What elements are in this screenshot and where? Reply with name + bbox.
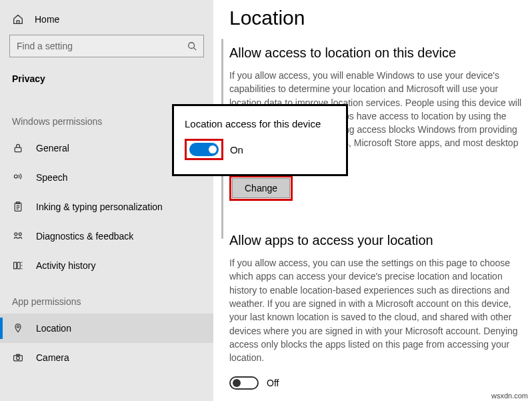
svg-point-3 (14, 175, 17, 178)
activity-icon (12, 260, 24, 272)
nav-label: General (36, 143, 69, 153)
search-box[interactable] (9, 35, 204, 57)
sidebar: Home Privacy Windows permissions General… (0, 0, 213, 401)
apps-location-toggle[interactable] (229, 376, 259, 390)
home-label: Home (35, 14, 59, 25)
svg-point-0 (189, 43, 195, 49)
sidebar-item-inking[interactable]: Inking & typing personalization (0, 192, 213, 222)
section2-body: If you allow access, you can use the set… (229, 256, 523, 364)
change-button[interactable]: Change (232, 178, 290, 198)
speech-icon (12, 171, 24, 183)
search-input[interactable] (17, 41, 187, 51)
sidebar-item-diagnostics[interactable]: Diagnostics & feedback (0, 222, 213, 251)
toggle-off-label: Off (267, 378, 279, 388)
sidebar-item-activity[interactable]: Activity history (0, 251, 213, 280)
svg-rect-12 (17, 262, 20, 269)
svg-point-16 (17, 326, 19, 328)
clipboard-icon (12, 201, 24, 213)
section1-title: Allow access to location on this device (229, 45, 532, 61)
sidebar-item-camera[interactable]: Camera (0, 343, 213, 372)
popup-title: Location access for this device (185, 118, 335, 129)
home-nav[interactable]: Home (0, 8, 213, 35)
nav-label: Speech (36, 172, 67, 183)
svg-point-18 (17, 356, 20, 360)
sidebar-item-location[interactable]: Location (0, 314, 213, 343)
apps-toggle-row: Off (229, 376, 532, 390)
change-highlight: Change (229, 175, 293, 201)
watermark: wsxdn.com (491, 392, 528, 400)
svg-line-1 (194, 48, 197, 51)
category-header: Privacy (0, 69, 213, 100)
svg-point-9 (15, 233, 17, 236)
section2-title: Allow apps to access your location (229, 233, 532, 248)
location-access-popup: Location access for this device On (172, 104, 348, 176)
nav-label: Location (36, 323, 71, 334)
lock-icon (12, 142, 24, 154)
search-icon (187, 41, 197, 51)
svg-point-10 (19, 233, 21, 236)
nav-label: Camera (36, 352, 69, 363)
nav-label: Inking & typing personalization (36, 202, 163, 212)
home-icon (12, 13, 24, 25)
main-content: Location Allow access to location on thi… (213, 0, 532, 401)
toggle-on-label: On (230, 144, 243, 155)
svg-rect-2 (15, 147, 21, 151)
camera-icon (12, 352, 24, 364)
toggle-highlight (185, 139, 223, 160)
nav-label: Diagnostics & feedback (36, 231, 133, 242)
page-title: Location (229, 7, 532, 29)
svg-rect-11 (14, 262, 17, 269)
svg-rect-19 (17, 354, 20, 356)
location-icon (12, 322, 24, 334)
nav-label: Activity history (36, 260, 95, 271)
group-app-permissions: App permissions (0, 280, 213, 314)
device-location-toggle[interactable] (189, 143, 219, 156)
feedback-icon (12, 230, 24, 242)
